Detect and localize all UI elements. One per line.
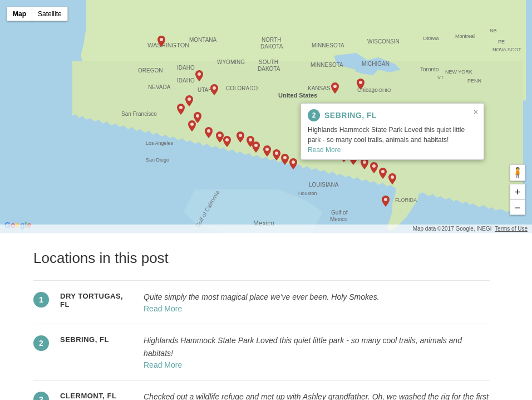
svg-point-50 xyxy=(218,134,221,137)
svg-text:WASHINGTON: WASHINGTON xyxy=(147,42,189,48)
svg-text:OHIO: OHIO xyxy=(378,87,391,93)
location-name: DRY TORTUGAS, FL xyxy=(60,292,132,309)
svg-text:DAKOTA: DAKOTA xyxy=(258,66,280,72)
svg-text:PE: PE xyxy=(498,39,505,45)
location-item: 3 CLERMONT, FL Checked out a wildlife re… xyxy=(33,381,490,400)
svg-text:MONTANA: MONTANA xyxy=(189,37,217,43)
svg-text:SOUTH: SOUTH xyxy=(259,59,278,65)
map-pin[interactable] xyxy=(378,168,388,181)
map-pin[interactable] xyxy=(262,145,272,159)
svg-point-63 xyxy=(363,160,366,164)
svg-text:VT: VT xyxy=(437,75,444,80)
map-type-satellite-btn[interactable]: Satellite xyxy=(32,7,67,21)
map-pin[interactable] xyxy=(288,158,298,172)
svg-point-48 xyxy=(190,123,194,126)
map-pin[interactable] xyxy=(176,104,186,117)
pegman-control[interactable]: 🧍 xyxy=(510,164,525,181)
svg-text:Ottawa: Ottawa xyxy=(423,36,439,41)
svg-point-56 xyxy=(275,152,278,155)
map-pin[interactable] xyxy=(156,36,166,49)
location-description-text: Quite simply the most magical place we'v… xyxy=(144,291,490,303)
location-description: Highlands Hammock State Park Loved this … xyxy=(144,334,490,370)
svg-text:IDAHO: IDAHO xyxy=(177,77,195,84)
location-item: 1 DRY TORTUGAS, FL Quite simply the most… xyxy=(33,280,490,324)
location-read-more-link[interactable]: Read More xyxy=(144,360,182,369)
map-type-map-btn[interactable]: Map xyxy=(7,7,32,21)
locations-section: Locations in this post 1 DRY TORTUGAS, F… xyxy=(0,233,501,400)
svg-text:Montreal: Montreal xyxy=(455,33,475,39)
map-pin[interactable] xyxy=(387,173,397,187)
svg-point-67 xyxy=(384,198,387,201)
map-pin[interactable] xyxy=(356,79,366,92)
svg-text:United States: United States xyxy=(278,92,317,99)
zoom-out-button[interactable]: − xyxy=(510,199,525,215)
svg-point-49 xyxy=(207,129,210,133)
svg-point-65 xyxy=(381,170,385,173)
popup-number: 2 xyxy=(308,109,320,121)
svg-text:KANSAS: KANSAS xyxy=(308,85,331,91)
svg-point-42 xyxy=(160,38,163,41)
svg-text:LOUISIANA: LOUISIANA xyxy=(309,182,339,188)
svg-text:IDAHO: IDAHO xyxy=(177,65,195,71)
popup-header: 2 SEBRING, FL xyxy=(308,109,467,121)
svg-point-64 xyxy=(372,164,376,168)
popup-title: SEBRING, FL xyxy=(324,111,377,120)
location-number-badge: 3 xyxy=(33,392,49,400)
svg-point-66 xyxy=(391,175,394,179)
map-type-control: Map Satellite xyxy=(7,7,68,21)
svg-text:DAKOTA: DAKOTA xyxy=(260,43,283,50)
map-container: WASHINGTON MONTANA NORTH DAKOTA MINNESOT… xyxy=(0,0,532,233)
map-pin[interactable] xyxy=(251,142,261,155)
svg-text:COLORADO: COLORADO xyxy=(226,85,258,91)
terms-of-use-link[interactable]: Terms of Use xyxy=(495,226,528,232)
svg-text:NB: NB xyxy=(490,28,497,33)
svg-point-52 xyxy=(239,134,242,137)
svg-text:OREGON: OREGON xyxy=(138,67,162,74)
svg-point-54 xyxy=(254,144,258,147)
svg-text:MICHIGAN: MICHIGAN xyxy=(362,61,390,67)
popup-close-button[interactable]: × xyxy=(474,108,478,116)
map-pin[interactable] xyxy=(194,70,204,84)
svg-text:Los Angeles: Los Angeles xyxy=(146,140,174,146)
svg-text:San Francisco: San Francisco xyxy=(121,111,157,117)
svg-point-59 xyxy=(333,85,337,88)
svg-point-55 xyxy=(265,148,269,151)
svg-point-60 xyxy=(359,81,362,84)
location-name: SEBRING, FL xyxy=(60,335,132,344)
svg-point-47 xyxy=(196,114,199,118)
svg-point-51 xyxy=(225,138,229,142)
locations-title: Locations in this post xyxy=(33,250,490,267)
map-pin[interactable] xyxy=(222,136,232,149)
location-item: 2 SEBRING, FL Highlands Hammock State Pa… xyxy=(33,324,490,381)
map-pin[interactable] xyxy=(209,84,219,97)
map-pin[interactable] xyxy=(235,131,245,145)
svg-text:FLORIDA: FLORIDA xyxy=(395,197,417,203)
svg-point-57 xyxy=(283,156,287,159)
map-pin[interactable] xyxy=(330,82,340,96)
location-description: Checked out a wildlife refuge and met up… xyxy=(144,391,490,400)
svg-point-43 xyxy=(198,72,201,76)
map-pin[interactable] xyxy=(204,127,214,140)
zoom-in-button[interactable]: + xyxy=(510,184,525,199)
map-footer: Map data ©2017 Google, INEGI Terms of Us… xyxy=(0,225,532,233)
svg-point-45 xyxy=(188,97,191,101)
location-description-text: Checked out a wildlife refuge and met up… xyxy=(144,391,490,400)
location-description: Quite simply the most magical place we'v… xyxy=(144,291,490,314)
svg-point-46 xyxy=(179,106,183,109)
svg-text:Toronto: Toronto xyxy=(420,66,439,72)
map-pin[interactable] xyxy=(381,196,391,209)
svg-text:MINNESOTA: MINNESOTA xyxy=(312,42,344,48)
svg-text:NOVA SCOT: NOVA SCOT xyxy=(492,47,521,52)
map-pin[interactable] xyxy=(359,158,370,172)
location-description-text: Highlands Hammock State Park Loved this … xyxy=(144,334,490,359)
location-read-more-link[interactable]: Read More xyxy=(144,304,182,313)
svg-text:Mexico: Mexico xyxy=(330,216,348,222)
svg-text:NEVADA: NEVADA xyxy=(148,84,171,90)
svg-text:WISCONSIN: WISCONSIN xyxy=(367,38,400,45)
svg-text:PENN: PENN xyxy=(467,78,481,84)
location-number-badge: 1 xyxy=(33,292,49,308)
popup-read-more-link[interactable]: Read More xyxy=(308,146,467,154)
svg-text:WYOMING: WYOMING xyxy=(217,59,245,65)
map-pin[interactable] xyxy=(187,120,197,134)
location-number-badge: 2 xyxy=(33,335,49,351)
